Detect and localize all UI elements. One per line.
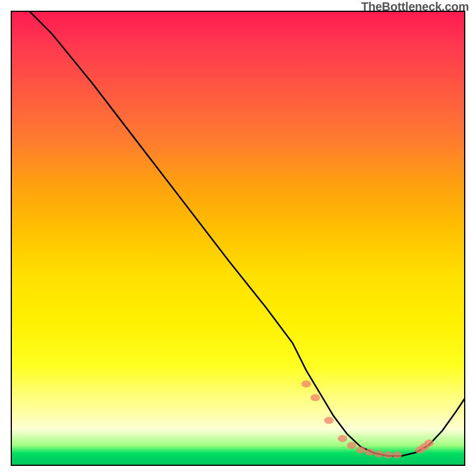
- chart-gradient-background: [11, 11, 465, 466]
- bottleneck-chart: TheBottleneck.com: [0, 0, 476, 476]
- watermark-text: TheBottleneck.com: [361, 0, 469, 14]
